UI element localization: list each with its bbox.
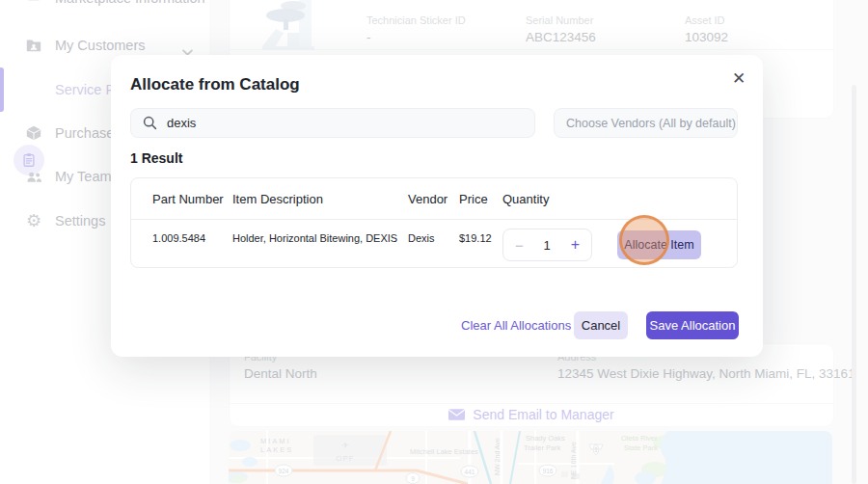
modal-title: Allocate from Catalog bbox=[130, 75, 300, 94]
cell-price: $19.12 bbox=[459, 232, 492, 244]
cancel-button[interactable]: Cancel bbox=[574, 311, 628, 339]
allocate-from-catalog-modal: Allocate from Catalog ✕ Choose Vendors (… bbox=[111, 55, 763, 357]
save-allocation-button[interactable]: Save Allocation bbox=[646, 311, 739, 339]
clear-all-allocations-link[interactable]: Clear All Allocations bbox=[461, 318, 571, 333]
cell-description: Holder, Horizontal Bitewing, DEXIS bbox=[232, 232, 397, 244]
col-part-number: Part Number bbox=[152, 192, 224, 206]
results-count: 1 Result bbox=[130, 150, 182, 166]
quantity-value: 1 bbox=[544, 238, 551, 253]
catalog-search bbox=[130, 108, 535, 138]
cell-part-number: 1.009.5484 bbox=[152, 232, 205, 244]
cell-vendor: Dexis bbox=[408, 232, 435, 244]
page: Marketplace Information My Customers Ser… bbox=[0, 0, 868, 484]
search-icon bbox=[143, 116, 157, 130]
col-quantity: Quantity bbox=[502, 192, 549, 206]
click-indicator bbox=[619, 215, 669, 265]
col-vendor: Vendor bbox=[408, 192, 448, 206]
search-input[interactable] bbox=[167, 116, 514, 130]
vendor-dropdown-value: Choose Vendors (All by default) bbox=[566, 117, 736, 130]
quantity-decrease-button[interactable]: − bbox=[515, 237, 524, 254]
quantity-stepper: − 1 + bbox=[502, 229, 592, 261]
vendor-dropdown[interactable]: Choose Vendors (All by default) bbox=[554, 108, 738, 138]
quantity-increase-button[interactable]: + bbox=[571, 236, 580, 254]
col-price: Price bbox=[459, 192, 488, 206]
close-icon[interactable]: ✕ bbox=[724, 64, 753, 93]
col-item-description: Item Description bbox=[232, 192, 323, 206]
